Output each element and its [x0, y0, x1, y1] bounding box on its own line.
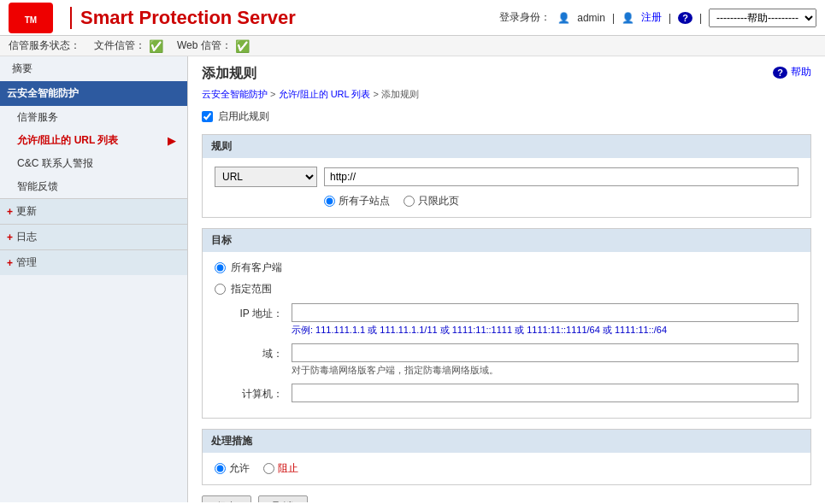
- ip-field-row: IP 地址： 示例: 111.111.1.1 或 111.11.1.1/11 或…: [232, 303, 798, 337]
- all-sites-label[interactable]: 所有子站点: [324, 194, 390, 208]
- target-section-header: 目标: [203, 229, 810, 252]
- domain-label: 域：: [232, 343, 283, 361]
- breadcrumb-sep1: >: [270, 89, 278, 99]
- enable-rule-label[interactable]: 启用此规则: [218, 109, 269, 124]
- specify-range-option: 指定范围: [215, 282, 798, 296]
- app-title: Smart Protection Server: [70, 7, 296, 29]
- arrow-icon: ▶: [168, 135, 175, 147]
- domain-field-row: 域： 对于防毒墙网络版客户端，指定防毒墙网络版域。: [232, 343, 798, 377]
- enable-rule-checkbox[interactable]: [202, 111, 213, 122]
- domain-input[interactable]: [292, 343, 798, 362]
- plus-icon-update: +: [7, 206, 13, 218]
- allow-label[interactable]: 允许: [215, 461, 250, 476]
- breadcrumb-sep2: >: [373, 89, 380, 99]
- sidebar-manage-label: 管理: [16, 255, 37, 270]
- sidebar: 摘要 云安全智能防护 信誉服务 允许/阻止的 URL 列表 ▶ C&C 联系人警…: [0, 56, 188, 502]
- block-radio[interactable]: [263, 463, 274, 474]
- trend-micro-logo: TM: [9, 3, 53, 33]
- sidebar-log-label: 日志: [16, 230, 37, 244]
- file-label: 文件信管：: [94, 38, 145, 53]
- sidebar-item-label: 信誉服务: [17, 110, 58, 125]
- sidebar-item-update[interactable]: + 更新: [0, 198, 187, 224]
- this-page-label[interactable]: 只限此页: [404, 194, 459, 208]
- cancel-button[interactable]: 取消: [258, 495, 308, 502]
- target-section-body: 所有客户端 指定范围 IP 地址： 示例: 111.111.1.1 或 111.…: [203, 252, 810, 418]
- this-page-radio[interactable]: [404, 196, 415, 207]
- separator2: |: [669, 12, 671, 24]
- all-sites-text: 所有子站点: [339, 194, 390, 208]
- separator: |: [612, 12, 615, 24]
- header-right: 登录身份： 👤 admin | 👤 注册 | ? | ---------帮助--…: [499, 9, 816, 27]
- computer-field-content: [292, 384, 798, 402]
- breadcrumb-part1[interactable]: 云安全智能防护: [202, 89, 268, 99]
- action-section-header: 处理措施: [203, 430, 810, 453]
- target-fields: IP 地址： 示例: 111.111.1.1 或 111.11.1.1/11 或…: [232, 303, 798, 402]
- breadcrumb-part2[interactable]: 允许/阻止的 URL 列表: [279, 89, 371, 99]
- action-row: 允许 阻止: [215, 461, 798, 476]
- allow-radio[interactable]: [215, 463, 226, 474]
- specify-range-label[interactable]: 指定范围: [231, 282, 272, 296]
- svg-text:TM: TM: [25, 15, 37, 25]
- computer-input[interactable]: [292, 384, 798, 402]
- sidebar-item-label: C&C 联系人警报: [17, 156, 93, 171]
- all-clients-radio[interactable]: [215, 262, 226, 273]
- sidebar-section-cloud[interactable]: 云安全智能防护: [0, 81, 187, 106]
- user-icon: 👤: [557, 12, 570, 24]
- status-prefix: 信管服务状态：: [9, 38, 80, 53]
- all-clients-option: 所有客户端: [215, 261, 798, 275]
- user-label: 登录身份：: [499, 10, 551, 25]
- breadcrumb-part3: 添加规则: [381, 89, 419, 99]
- layout: 摘要 云安全智能防护 信誉服务 允许/阻止的 URL 列表 ▶ C&C 联系人警…: [0, 56, 825, 502]
- all-clients-label[interactable]: 所有客户端: [231, 261, 282, 275]
- domain-desc: 对于防毒墙网络版客户端，指定防毒墙网络版域。: [292, 364, 798, 377]
- rule-section-body: URL 所有子站点 只限此页: [203, 158, 810, 217]
- help-link[interactable]: ? 帮助: [773, 65, 811, 79]
- sidebar-item-log[interactable]: + 日志: [0, 224, 187, 249]
- web-status: Web 信管： ✅: [177, 38, 250, 53]
- block-text: 阻止: [278, 461, 298, 476]
- help-link-label: 帮助: [791, 65, 811, 79]
- sidebar-item-manage[interactable]: + 管理: [0, 249, 187, 275]
- block-label[interactable]: 阻止: [263, 461, 298, 476]
- help-dropdown[interactable]: ---------帮助---------: [709, 9, 816, 27]
- action-section: 处理措施 允许 阻止: [202, 429, 811, 485]
- url-input[interactable]: [324, 167, 798, 186]
- web-status-icon: ✅: [235, 39, 250, 53]
- ip-label: IP 地址：: [232, 303, 283, 321]
- button-row: 保存 取消: [202, 495, 811, 502]
- sidebar-item-url-list[interactable]: 允许/阻止的 URL 列表 ▶: [0, 129, 187, 152]
- save-button[interactable]: 保存: [202, 495, 251, 502]
- main-content: 添加规则 ? 帮助 云安全智能防护 > 允许/阻止的 URL 列表 > 添加规则…: [188, 56, 825, 502]
- specify-range-radio[interactable]: [215, 284, 226, 295]
- sidebar-item-summary[interactable]: 摘要: [0, 56, 187, 81]
- register-link[interactable]: 注册: [641, 10, 662, 25]
- rule-section: 规则 URL 所有子站点 只限此页: [202, 134, 811, 218]
- page-header-row: 添加规则 ? 帮助: [202, 65, 811, 83]
- computer-label: 计算机：: [232, 384, 283, 401]
- sidebar-item-cc-alert[interactable]: C&C 联系人警报: [0, 152, 187, 175]
- username: admin: [577, 12, 605, 24]
- ip-input[interactable]: [292, 303, 798, 322]
- target-section: 目标 所有客户端 指定范围 IP 地址： 示例: 111.: [202, 228, 811, 419]
- sidebar-item-smart-feedback[interactable]: 智能反馈: [0, 175, 187, 198]
- enable-rule-row: 启用此规则: [202, 109, 811, 124]
- rule-scope-row: 所有子站点 只限此页: [324, 194, 798, 208]
- rule-section-header: 规则: [203, 135, 810, 158]
- page-title: 添加规则: [202, 65, 256, 83]
- plus-icon-manage: +: [7, 257, 13, 269]
- web-label: Web 信管：: [177, 38, 232, 53]
- file-status: 文件信管： ✅: [94, 38, 163, 53]
- breadcrumb: 云安全智能防护 > 允许/阻止的 URL 列表 > 添加规则: [202, 88, 811, 101]
- header: TM Smart Protection Server 登录身份： 👤 admin…: [0, 0, 825, 36]
- help-icon: ?: [678, 12, 692, 24]
- ip-field-content: 示例: 111.111.1.1 或 111.11.1.1/11 或 1111:1…: [292, 303, 798, 337]
- sidebar-item-reputation[interactable]: 信誉服务: [0, 106, 187, 129]
- separator3: |: [699, 12, 702, 24]
- all-sites-radio[interactable]: [324, 196, 335, 207]
- file-status-icon: ✅: [149, 39, 163, 53]
- rule-type-select[interactable]: URL: [215, 167, 317, 187]
- action-section-body: 允许 阻止: [203, 453, 810, 484]
- sidebar-item-label: 允许/阻止的 URL 列表: [17, 133, 118, 148]
- plus-icon-log: +: [7, 231, 13, 243]
- logo: TM: [9, 3, 53, 33]
